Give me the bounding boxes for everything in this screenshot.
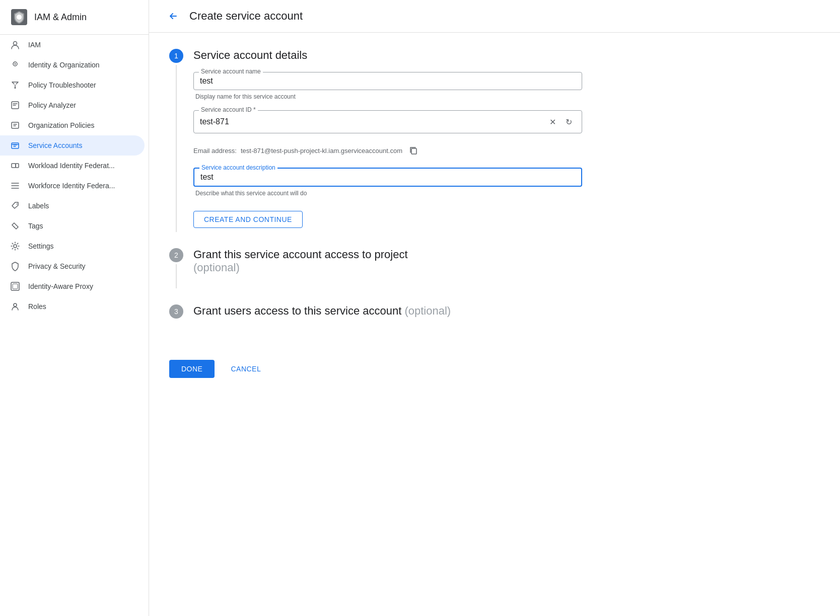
workload-identity-icon [10, 161, 20, 171]
step-1-line [176, 65, 177, 232]
back-button[interactable] [165, 8, 181, 24]
sidebar-item-policy-analyzer[interactable]: Policy Analyzer [0, 95, 145, 115]
refresh-id-button[interactable]: ↻ [562, 115, 576, 129]
sidebar-item-label-labels: Labels [28, 202, 49, 210]
main-header: Create service account [149, 0, 840, 33]
email-prefix: Email address: [193, 147, 237, 155]
sidebar-item-label-org-policies: Organization Policies [28, 121, 95, 129]
email-row: Email address: test-871@test-push-projec… [193, 143, 582, 158]
step-1-content: Service account details Service account … [193, 49, 582, 232]
sidebar-item-label-tags: Tags [28, 222, 43, 230]
workforce-identity-icon [10, 181, 20, 191]
sidebar-item-workload-identity[interactable]: Workload Identity Federat... [0, 156, 145, 176]
svg-rect-8 [12, 143, 19, 148]
step-2-circle: 2 [169, 248, 183, 262]
iam-icon [10, 40, 20, 50]
app-title: IAM & Admin [34, 12, 87, 23]
svg-point-12 [14, 245, 17, 248]
service-account-id-row: ✕ ↻ [200, 115, 576, 129]
sidebar-item-label-service-accounts: Service Accounts [28, 141, 82, 149]
sidebar-item-label-policy-troubleshooter: Policy Troubleshooter [28, 81, 96, 89]
service-account-desc-label: Service account description [199, 164, 277, 171]
sidebar-item-privacy-security[interactable]: Privacy & Security [0, 256, 145, 276]
svg-rect-14 [13, 284, 18, 289]
svg-rect-9 [12, 164, 16, 168]
sidebar-item-label-iam: IAM [28, 41, 41, 49]
step-3-content: Grant users access to this service accou… [193, 304, 582, 332]
sidebar-item-label-identity-aware-proxy: Identity-Aware Proxy [28, 282, 93, 290]
sidebar-item-label-settings: Settings [28, 242, 54, 250]
done-button[interactable]: DONE [169, 360, 215, 378]
create-and-continue-button[interactable]: CREATE AND CONTINUE [193, 211, 303, 228]
service-account-id-label: Service account ID * [199, 106, 258, 113]
sidebar-item-label-privacy-security: Privacy & Security [28, 262, 86, 270]
copy-email-button[interactable] [406, 143, 421, 158]
settings-icon [10, 241, 20, 251]
service-accounts-icon [10, 140, 20, 150]
email-value: test-871@test-push-project-kl.iam.gservi… [241, 147, 402, 155]
privacy-security-icon [10, 261, 20, 271]
sidebar-item-workforce-identity[interactable]: Workforce Identity Federa... [0, 176, 145, 196]
policy-troubleshooter-icon [10, 80, 20, 90]
service-account-name-group: Service account name Display name for th… [193, 72, 582, 100]
svg-rect-10 [16, 164, 19, 168]
service-account-desc-input[interactable] [200, 173, 575, 182]
svg-point-2 [14, 42, 17, 45]
svg-rect-16 [411, 148, 416, 154]
step-3-title: Grant users access to this service accou… [193, 304, 582, 318]
service-account-desc-wrapper: Service account description [193, 168, 582, 187]
sidebar-item-identity-org[interactable]: Identity & Organization [0, 55, 145, 75]
svg-rect-7 [12, 122, 19, 128]
service-account-id-actions: ✕ ↻ [545, 115, 576, 129]
footer-bar: DONE CANCEL [149, 348, 840, 390]
org-policies-icon [10, 120, 20, 130]
svg-point-1 [17, 15, 22, 20]
service-account-name-input[interactable] [200, 76, 576, 86]
step-1-title: Service account details [193, 49, 582, 62]
cancel-button[interactable]: CANCEL [223, 360, 269, 378]
svg-point-5 [15, 87, 16, 89]
sidebar-item-labels[interactable]: Labels [0, 196, 145, 216]
service-account-name-hint: Display name for this service account [193, 93, 582, 100]
tags-icon [10, 221, 20, 231]
sidebar-item-identity-aware-proxy[interactable]: Identity-Aware Proxy [0, 276, 145, 296]
svg-point-11 [17, 204, 18, 205]
svg-point-4 [15, 63, 16, 65]
service-account-name-wrapper: Service account name [193, 72, 582, 90]
service-account-desc-hint: Describe what this service account will … [193, 190, 582, 197]
step-2-content: Grant this service account access to pro… [193, 248, 582, 288]
sidebar-item-label-policy-analyzer: Policy Analyzer [28, 101, 76, 109]
step-2: 2 Grant this service account access to p… [169, 248, 582, 288]
identity-org-icon [10, 60, 20, 70]
step-1-circle: 1 [169, 49, 183, 63]
sidebar-item-tags[interactable]: Tags [0, 216, 145, 236]
labels-icon [10, 201, 20, 211]
roles-icon [10, 301, 20, 312]
sidebar-item-service-accounts[interactable]: Service Accounts [0, 135, 145, 156]
sidebar-item-label-roles: Roles [28, 302, 46, 311]
page-title: Create service account [189, 10, 303, 23]
service-account-id-input[interactable] [200, 117, 541, 126]
service-account-id-group: Service account ID * ✕ ↻ [193, 110, 582, 133]
main-panel: Create service account 1 Service account… [149, 0, 840, 616]
sidebar-item-settings[interactable]: Settings [0, 236, 145, 256]
service-account-name-label: Service account name [199, 68, 263, 75]
step-1: 1 Service account details Service accoun… [169, 49, 582, 232]
policy-analyzer-icon [10, 100, 20, 110]
sidebar-item-roles[interactable]: Roles [0, 296, 145, 317]
service-account-desc-group: Service account description Describe wha… [193, 168, 582, 197]
identity-aware-proxy-icon [10, 281, 20, 291]
sidebar-item-policy-troubleshooter[interactable]: Policy Troubleshooter [0, 75, 145, 95]
step-3-circle: 3 [169, 304, 183, 319]
service-account-id-wrapper: Service account ID * ✕ ↻ [193, 110, 582, 133]
sidebar-item-iam[interactable]: IAM [0, 35, 145, 55]
clear-id-button[interactable]: ✕ [545, 115, 559, 129]
step-2-line [176, 264, 177, 288]
step-3: 3 Grant users access to this service acc… [169, 304, 582, 332]
sidebar-header: IAM & Admin [0, 0, 149, 35]
sidebar-item-label-workforce-identity: Workforce Identity Federa... [28, 182, 115, 190]
svg-rect-13 [11, 282, 19, 290]
sidebar-item-org-policies[interactable]: Organization Policies [0, 115, 145, 135]
sidebar-item-label-workload-identity: Workload Identity Federat... [28, 162, 115, 170]
form-content: 1 Service account details Service accoun… [149, 33, 602, 348]
